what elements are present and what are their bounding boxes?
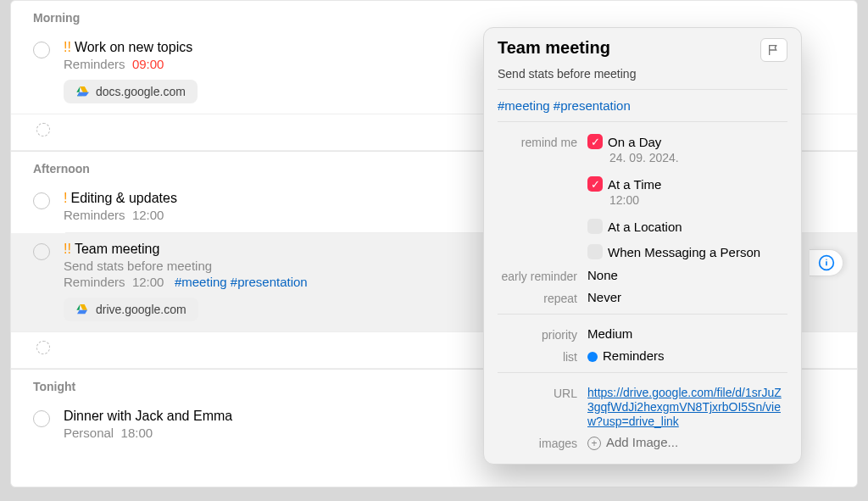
- remind-on-day[interactable]: ✓ On a Day: [587, 134, 787, 149]
- priority-indicator: !!: [64, 242, 71, 256]
- task-list-name: Reminders: [64, 57, 125, 71]
- remind-date[interactable]: 24. 09. 2024.: [609, 151, 787, 164]
- task-title: Dinner with Jack and Emma: [64, 409, 232, 423]
- plus-circle-icon: +: [587, 437, 601, 450]
- popover-subtitle[interactable]: Send stats before meeting: [498, 67, 787, 81]
- task-time: 09:00: [132, 57, 164, 71]
- info-icon: [818, 254, 835, 271]
- add-task-icon: [36, 123, 50, 136]
- task-tags[interactable]: #meeting #presentation: [175, 275, 308, 289]
- task-time: 12:00: [132, 275, 164, 289]
- remind-at-location[interactable]: At a Location: [587, 219, 787, 234]
- task-details-popover: Team meeting Send stats before meeting #…: [483, 27, 802, 465]
- value-priority[interactable]: Medium: [587, 326, 787, 341]
- task-time: 18:00: [121, 426, 153, 440]
- remind-at-time[interactable]: ✓ At a Time: [587, 176, 787, 192]
- complete-checkbox[interactable]: [33, 42, 50, 58]
- google-drive-icon: [75, 303, 89, 316]
- label-repeat: repeat: [498, 290, 577, 305]
- popover-title[interactable]: Team meeting: [498, 38, 610, 58]
- priority-indicator: !: [64, 191, 67, 205]
- task-list-name: Personal: [64, 426, 114, 440]
- attachment-chip[interactable]: drive.google.com: [64, 298, 198, 321]
- attachment-label: drive.google.com: [96, 303, 186, 316]
- checkbox-off-icon: [587, 219, 603, 234]
- add-task-icon: [36, 341, 50, 354]
- checkbox-on-icon: ✓: [587, 176, 603, 192]
- label-url: URL: [498, 385, 577, 400]
- attachment-chip[interactable]: docs.google.com: [64, 80, 198, 103]
- svg-point-8: [826, 259, 826, 260]
- window-edge: [0, 487, 868, 501]
- complete-checkbox[interactable]: [33, 243, 50, 260]
- complete-checkbox[interactable]: [33, 192, 50, 209]
- flag-button[interactable]: [760, 38, 787, 62]
- label-priority: priority: [498, 326, 577, 342]
- checkbox-on-icon: ✓: [587, 134, 603, 149]
- task-title: Editing & updates: [70, 191, 176, 205]
- info-button[interactable]: [810, 249, 843, 276]
- priority-indicator: !!: [64, 40, 71, 54]
- task-title: Work on new topics: [75, 40, 192, 54]
- attachment-label: docs.google.com: [96, 85, 186, 98]
- value-list[interactable]: Reminders: [587, 348, 787, 363]
- flag-icon: [767, 43, 781, 57]
- popover-tags[interactable]: #meeting #presentation: [498, 98, 787, 113]
- label-early-reminder: early reminder: [498, 268, 577, 283]
- svg-marker-0: [76, 86, 80, 92]
- value-repeat[interactable]: Never: [587, 290, 787, 304]
- label-images: images: [498, 435, 577, 450]
- svg-marker-3: [76, 304, 80, 310]
- remind-time[interactable]: 12:00: [609, 193, 787, 207]
- google-drive-icon: [75, 85, 89, 98]
- svg-marker-5: [77, 310, 87, 315]
- list-color-dot: [587, 352, 598, 362]
- label-list: list: [498, 348, 577, 364]
- checkbox-off-icon: [587, 244, 603, 259]
- remind-when-messaging[interactable]: When Messaging a Person: [587, 244, 787, 259]
- label-remind-me: remind me: [498, 134, 577, 149]
- task-list-name: Reminders: [64, 275, 125, 289]
- complete-checkbox[interactable]: [33, 410, 50, 427]
- task-list-name: Reminders: [64, 208, 125, 222]
- value-url-link[interactable]: https://drive.google.com/file/d/1srJuZ3g…: [587, 386, 782, 428]
- task-time: 12:00: [132, 208, 164, 222]
- add-image-button[interactable]: +Add Image...: [587, 435, 787, 450]
- svg-marker-4: [80, 304, 87, 310]
- value-early-reminder[interactable]: None: [587, 268, 787, 282]
- task-title: Team meeting: [75, 242, 160, 256]
